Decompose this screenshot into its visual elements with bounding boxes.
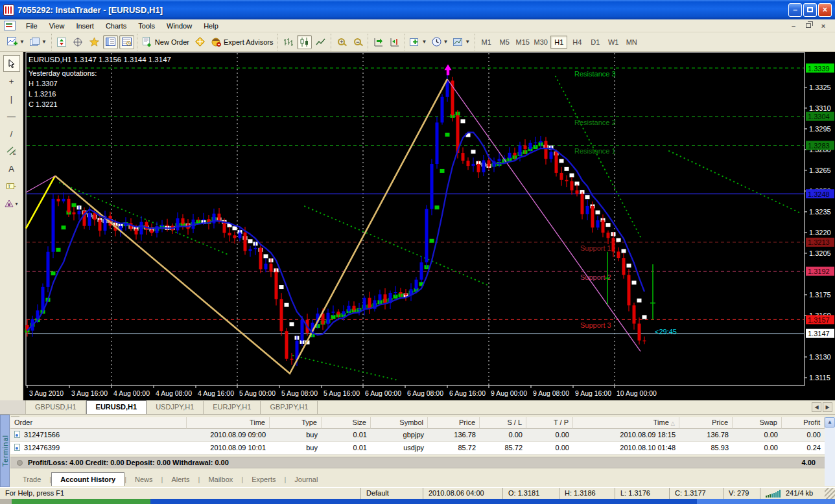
close-button[interactable]: × bbox=[818, 3, 832, 17]
navigator-panel-button[interactable] bbox=[103, 35, 118, 49]
market-watch-button[interactable] bbox=[54, 35, 69, 49]
timeframe-h1-button[interactable]: H1 bbox=[550, 36, 567, 49]
timeframe-m1-button[interactable]: M1 bbox=[478, 36, 495, 49]
cursor-button[interactable] bbox=[3, 55, 20, 72]
timeframe-m30-button[interactable]: M30 bbox=[532, 36, 549, 49]
menu-item-help[interactable]: Help bbox=[198, 21, 224, 31]
terminal-tab-news[interactable]: News bbox=[126, 473, 161, 486]
text-tool-button[interactable]: A bbox=[3, 160, 20, 177]
new-order-label: New Order bbox=[155, 38, 189, 46]
crosshair-tool-button[interactable]: + bbox=[3, 73, 20, 89]
child-minimize-button[interactable]: – bbox=[787, 21, 800, 31]
candlestick-chart-button[interactable] bbox=[297, 35, 312, 49]
navigator-button[interactable] bbox=[87, 35, 102, 49]
horizontal-line-tool-button[interactable]: — bbox=[3, 108, 20, 124]
metaeditor-button[interactable] bbox=[193, 35, 207, 49]
terminal-tab-journal[interactable]: Journal bbox=[286, 473, 326, 486]
timeframe-m15-button[interactable]: M15 bbox=[514, 36, 531, 49]
terminal-tab-alerts[interactable]: Alerts bbox=[163, 473, 198, 486]
tab-bar-corner bbox=[0, 400, 26, 414]
menu-item-view[interactable]: View bbox=[43, 21, 71, 31]
expert-icon bbox=[211, 38, 221, 47]
column-header-symbol[interactable]: Symbol bbox=[371, 417, 428, 429]
chart-area[interactable]: Resistance 3Resistance 2Resistance 1Supp… bbox=[23, 52, 835, 400]
child-close-button[interactable]: × bbox=[817, 21, 830, 31]
chart-canvas[interactable]: Resistance 3Resistance 2Resistance 1Supp… bbox=[23, 52, 835, 400]
terminal-side-tab[interactable]: Terminal bbox=[0, 415, 10, 487]
strip-light-blue bbox=[697, 499, 835, 504]
column-header-time[interactable]: Time△ bbox=[573, 417, 679, 429]
resize-grip[interactable] bbox=[825, 488, 835, 499]
terminal-panel: Terminal x OrderTimeTypeSizeSymbolPriceS… bbox=[0, 415, 835, 487]
column-header-profit[interactable]: Profit bbox=[782, 417, 825, 429]
timeframe-h4-button[interactable]: H4 bbox=[569, 36, 585, 49]
timeframe-d1-button[interactable]: D1 bbox=[587, 36, 604, 49]
status-low: L: 1.3176 bbox=[615, 488, 669, 499]
chart-tab-usdjpyh1[interactable]: USDJPY,H1 bbox=[147, 401, 204, 414]
table-row[interactable]: 3124763992010.08.09 10:01buy0.01usdjpy85… bbox=[10, 442, 825, 455]
profiles-button[interactable]: ▼ bbox=[28, 35, 49, 49]
timeframe-m5-button[interactable]: M5 bbox=[496, 36, 513, 49]
periods-button[interactable]: ▼ bbox=[430, 35, 450, 49]
scroll-up-icon[interactable]: ▲ bbox=[825, 417, 835, 428]
indicators-button[interactable]: ▼ bbox=[408, 35, 429, 49]
menu-item-file[interactable]: File bbox=[20, 21, 43, 31]
terminal-tab-experts[interactable]: Experts bbox=[243, 473, 284, 486]
chart-tab-gbpjpyh1[interactable]: GBPJPY,H1 bbox=[261, 401, 318, 414]
status-bar-time: 2010.08.06 04:00 bbox=[423, 488, 502, 499]
equidistant-channel-tool-button[interactable]: E bbox=[3, 143, 20, 159]
data-window-button[interactable] bbox=[71, 35, 86, 49]
templates-button[interactable]: ▼ bbox=[451, 35, 472, 49]
minimize-button[interactable]: – bbox=[788, 3, 802, 17]
svg-text:E: E bbox=[13, 151, 16, 155]
maximize-button[interactable] bbox=[803, 3, 817, 17]
svg-text:4 Aug 16:00: 4 Aug 16:00 bbox=[198, 389, 234, 397]
auto-scroll-button[interactable] bbox=[371, 35, 386, 49]
menu-item-window[interactable]: Window bbox=[161, 21, 198, 31]
vertical-line-tool-button[interactable]: | bbox=[3, 90, 20, 107]
tab-scroll-left-icon[interactable]: ◀ bbox=[812, 402, 821, 412]
table-row[interactable]: 3124715662010.08.09 09:00buy0.01gbpjpy13… bbox=[10, 429, 825, 442]
bar-chart-button[interactable] bbox=[281, 35, 296, 49]
column-header-size[interactable]: Size bbox=[322, 417, 371, 429]
menu-item-tools[interactable]: Tools bbox=[132, 21, 161, 31]
column-header-time[interactable]: Time bbox=[187, 417, 270, 429]
chart-tab-eurjpyh1[interactable]: EURJPY,H1 bbox=[204, 401, 261, 414]
terminal-tab-account-history[interactable]: Account History bbox=[51, 472, 124, 486]
trend-line-tool-button[interactable]: / bbox=[3, 125, 20, 142]
new-order-button[interactable]: New Order bbox=[140, 35, 191, 49]
terminal-tab-trade[interactable]: Trade bbox=[14, 473, 49, 486]
column-header-type[interactable]: Type bbox=[270, 417, 322, 429]
chart-shift-button[interactable] bbox=[387, 35, 402, 49]
tab-scroll-right-icon[interactable]: ▶ bbox=[823, 402, 832, 412]
line-chart-button[interactable] bbox=[313, 35, 328, 49]
chartshift-icon bbox=[390, 38, 400, 47]
svg-text:1.3283: 1.3283 bbox=[808, 142, 830, 150]
zoom-in-button[interactable]: + bbox=[334, 35, 349, 49]
zoom-out-button[interactable]: − bbox=[350, 35, 365, 49]
menu-item-insert[interactable]: Insert bbox=[70, 21, 100, 31]
column-header-sl[interactable]: S / L bbox=[480, 417, 526, 429]
text-label-tool-button[interactable]: T bbox=[3, 178, 20, 194]
column-header-swap[interactable]: Swap bbox=[733, 417, 782, 429]
timeframe-w1-button[interactable]: W1 bbox=[605, 36, 622, 49]
chart-tab-eurusdh1[interactable]: EURUSD,H1 bbox=[86, 400, 147, 414]
column-header-price[interactable]: Price bbox=[679, 417, 733, 429]
arrows-tool-button[interactable]: ▾ bbox=[3, 195, 20, 212]
column-header-tp[interactable]: T / P bbox=[526, 417, 573, 429]
menu-item-charts[interactable]: Charts bbox=[100, 21, 132, 31]
status-profile[interactable]: Default bbox=[360, 488, 423, 499]
new-chart-button[interactable]: ▼ bbox=[5, 35, 27, 49]
table-scrollbar[interactable]: ▲ bbox=[825, 417, 835, 486]
expert-advisors-button[interactable]: Expert Advisors bbox=[209, 35, 275, 49]
terminal-tab-mailbox[interactable]: Mailbox bbox=[200, 473, 241, 486]
terminal-panel-button[interactable] bbox=[119, 35, 134, 49]
column-header-price[interactable]: Price bbox=[428, 417, 480, 429]
title-bar[interactable]: 7055292: InstaTrader - [EURUSD,H1] – × bbox=[0, 0, 835, 19]
toolbar-group-trade: New OrderExpert Advisors bbox=[137, 34, 278, 51]
chart-tab-gbpusdh1[interactable]: GBPUSD,H1 bbox=[26, 401, 86, 414]
child-restore-button[interactable] bbox=[802, 21, 815, 31]
svg-text:1.3115: 1.3115 bbox=[809, 374, 830, 382]
column-header-order[interactable]: Order bbox=[10, 417, 187, 429]
timeframe-mn-button[interactable]: MN bbox=[623, 36, 640, 49]
